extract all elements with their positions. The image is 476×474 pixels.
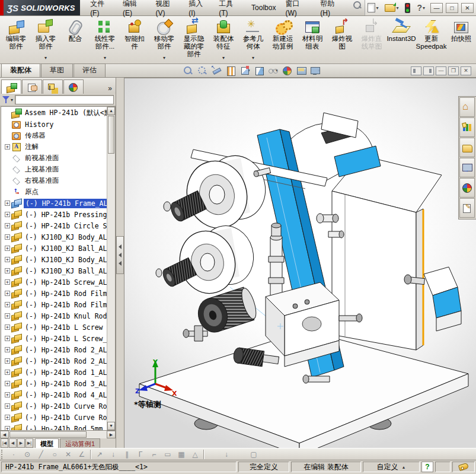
tree-row[interactable]: + (-) Hp-241b Rod 4_AL606 bbox=[1, 389, 107, 400]
toolbar-button[interactable]: 更新 Speedpak ▾ bbox=[416, 17, 446, 62]
bottom-tool-button[interactable]: ⌐ bbox=[148, 448, 161, 460]
new-document-button[interactable]: ▾ bbox=[365, 1, 381, 14]
tree-horizontal-scrollbar[interactable]: ◀ ▶ bbox=[0, 430, 116, 438]
bottom-tool-button[interactable]: ╱ bbox=[34, 448, 47, 460]
task-pane-button[interactable] bbox=[459, 158, 475, 177]
doc-close-button[interactable]: ✕ bbox=[461, 66, 471, 75]
tree-row[interactable]: + (-) KJ10D_KJ Body_AL606 bbox=[1, 231, 107, 243]
expand-icon[interactable]: + bbox=[5, 302, 10, 307]
expand-icon[interactable]: + bbox=[5, 403, 10, 409]
toolbar-button[interactable]: 爆炸直 线草图 ▾ bbox=[357, 17, 386, 62]
task-pane-button[interactable] bbox=[459, 198, 475, 218]
chevron-down-icon[interactable]: ▾ bbox=[11, 97, 13, 103]
tab-last-button[interactable]: ▶| bbox=[25, 438, 33, 448]
expand-icon[interactable]: + bbox=[5, 234, 10, 240]
menu-item[interactable]: 文件(F) bbox=[86, 0, 117, 19]
tree-vertical-scrollbar[interactable]: ▲ ▼ bbox=[107, 107, 115, 430]
panel-tab[interactable] bbox=[43, 79, 63, 94]
scroll-right-icon[interactable]: ▶ bbox=[107, 431, 116, 438]
view-toolbar-button[interactable]: ▾ bbox=[268, 66, 278, 75]
chevron-down-icon[interactable]: ▾ bbox=[252, 54, 254, 62]
toolbar-button[interactable]: 参考几 何体 ▾ bbox=[238, 17, 268, 62]
toolbar-button[interactable]: 移动零 部件 ▾ bbox=[149, 17, 179, 62]
doc-tab[interactable]: 运动算例1 bbox=[60, 438, 100, 448]
tree-row[interactable]: + (-) KJ10D_KJ Ball_AL606 bbox=[1, 265, 107, 276]
tree-row[interactable]: + 传感器 bbox=[1, 130, 107, 141]
toolbar-button[interactable]: 材料明 细表 ▾ bbox=[298, 17, 327, 62]
bottom-tool-button[interactable] bbox=[261, 448, 274, 460]
view-toolbar-button[interactable]: ▾ bbox=[296, 66, 306, 75]
panel-tab[interactable] bbox=[63, 79, 84, 94]
task-pane-button[interactable] bbox=[459, 178, 475, 198]
menu-item[interactable]: Toolbox bbox=[247, 2, 280, 14]
close-button[interactable]: ✕ bbox=[461, 3, 474, 13]
doc-restore-button[interactable]: ❐ bbox=[448, 66, 459, 75]
task-pane-button[interactable] bbox=[459, 138, 475, 157]
panel-splitter[interactable] bbox=[116, 78, 124, 448]
expand-icon[interactable]: + bbox=[5, 381, 10, 386]
scroll-thumb[interactable] bbox=[9, 431, 87, 438]
bottom-tool-button[interactable] bbox=[234, 448, 247, 460]
view-toolbar-button[interactable]: ▾ bbox=[310, 66, 320, 75]
tree-row[interactable]: + (-) Hp-241b Rod 3_AL606 bbox=[1, 378, 107, 389]
toolbar-button[interactable]: 显示隐 藏的零 部件 ▾ bbox=[179, 17, 209, 62]
task-pane-button[interactable] bbox=[459, 117, 475, 137]
menu-item[interactable]: 插入(I) bbox=[184, 0, 213, 19]
toolbar-button[interactable]: 新建运 动算例 ▾ bbox=[268, 17, 298, 62]
expand-icon[interactable]: + bbox=[5, 370, 10, 375]
expand-icon[interactable]: + bbox=[5, 426, 10, 430]
filter-funnel-icon[interactable] bbox=[2, 96, 10, 104]
bottom-tool-button[interactable]: ✕ bbox=[62, 448, 75, 460]
command-tab[interactable]: 装配体 bbox=[1, 63, 40, 77]
bottom-tool-button[interactable]: ▭ bbox=[161, 448, 174, 460]
scroll-thumb[interactable] bbox=[108, 116, 114, 154]
menu-item[interactable]: 编辑(E) bbox=[119, 0, 151, 19]
tab-first-button[interactable]: |◀ bbox=[1, 438, 8, 448]
maximize-button[interactable]: □ bbox=[446, 3, 458, 13]
scroll-down-icon[interactable]: ▼ bbox=[107, 422, 115, 430]
status-configuration[interactable]: 自定义 ▲ bbox=[363, 462, 420, 472]
expand-icon[interactable]: + bbox=[5, 223, 10, 228]
chevron-up-icon[interactable]: ▲ bbox=[402, 465, 406, 469]
task-pane-button[interactable] bbox=[459, 97, 475, 117]
tree-row[interactable]: + 注解 bbox=[1, 141, 107, 152]
expand-icon[interactable]: + bbox=[5, 358, 10, 364]
minimize-button[interactable]: — bbox=[430, 3, 443, 13]
bottom-tool-button[interactable] bbox=[206, 448, 219, 460]
tree-row[interactable]: + (-) Hp-241b Rod 2_AL606 bbox=[1, 344, 107, 355]
menu-item[interactable]: 视图(V) bbox=[152, 0, 184, 19]
chevron-down-icon[interactable]: ▾ bbox=[104, 54, 106, 62]
tree-row[interactable]: + (-) Hp-241b Rod 2_AL606 bbox=[1, 355, 107, 367]
view-toolbar-button[interactable]: ▾ bbox=[282, 66, 292, 75]
expand-icon[interactable]: + bbox=[5, 279, 10, 285]
bottom-tool-button[interactable]: ▢ bbox=[247, 448, 260, 460]
expand-icon[interactable]: + bbox=[5, 325, 10, 330]
tree-row[interactable]: + (-) Hp-241b Rod 1_AL606 bbox=[1, 367, 107, 378]
toolbar-button[interactable]: 编辑零 部件 ▾ bbox=[1, 17, 31, 62]
command-tab[interactable]: 评估 bbox=[74, 63, 106, 77]
tags-cell[interactable] bbox=[452, 462, 475, 472]
chevron-down-icon[interactable]: ▾ bbox=[222, 54, 225, 62]
bottom-tool-button[interactable]: · bbox=[7, 448, 20, 460]
view-toolbar-button[interactable]: ▾ bbox=[197, 66, 207, 75]
bottom-tool-button[interactable]: ↗ bbox=[93, 448, 106, 460]
bottom-tool-button[interactable]: △ bbox=[189, 448, 202, 460]
menu-item[interactable]: 帮助(H) bbox=[316, 0, 348, 19]
search-icon[interactable] bbox=[352, 0, 362, 9]
tree-row[interactable]: + (-) Hp-241b L Screw_AL bbox=[1, 333, 107, 344]
expand-icon[interactable]: + bbox=[5, 246, 10, 251]
chevron-down-icon[interactable]: ▾ bbox=[163, 54, 165, 62]
expand-icon[interactable]: + bbox=[5, 212, 10, 217]
quick-tips-button[interactable]: ? bbox=[421, 462, 433, 472]
tree-row[interactable]: + (-) Hp-241b Rod 5mm_AL6 bbox=[1, 423, 107, 430]
expand-icon[interactable]: + bbox=[5, 257, 10, 262]
expand-icon[interactable]: + bbox=[5, 347, 10, 352]
tree-row[interactable]: + (-) Hp-241b Curve Rod_A bbox=[1, 412, 107, 423]
menu-item[interactable]: 窗口(W) bbox=[281, 0, 315, 19]
view-toolbar-button[interactable]: ▾ bbox=[226, 66, 236, 75]
bottom-tool-button[interactable]: ∥ bbox=[120, 448, 133, 460]
tab-next-button[interactable]: ▶ bbox=[17, 438, 25, 448]
tree-row[interactable]: + (-) KJ10D_KJ Ball_AL606 bbox=[1, 243, 107, 254]
tree-row[interactable]: + 上视基准面 bbox=[1, 164, 107, 175]
expand-icon[interactable]: + bbox=[5, 313, 10, 319]
